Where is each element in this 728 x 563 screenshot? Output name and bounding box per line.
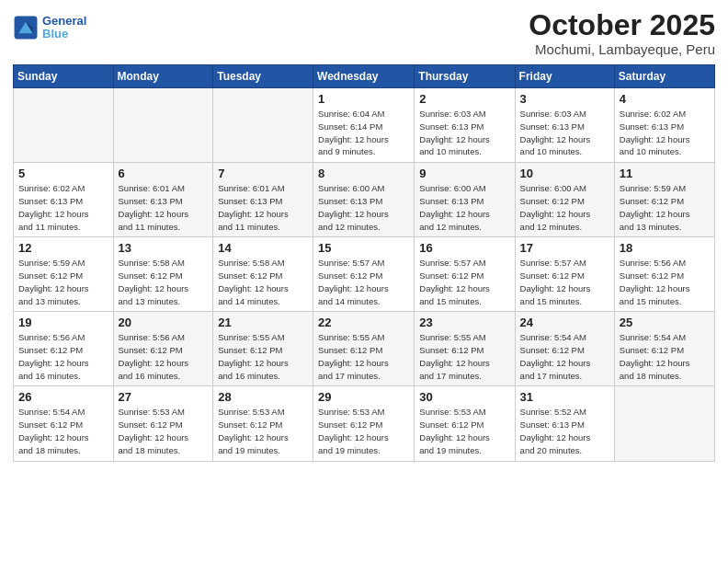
day-info: Sunrise: 6:03 AM Sunset: 6:13 PM Dayligh… <box>520 108 609 158</box>
calendar-cell: 19Sunrise: 5:56 AM Sunset: 6:12 PM Dayli… <box>14 312 114 386</box>
day-info: Sunrise: 5:56 AM Sunset: 6:12 PM Dayligh… <box>620 257 710 307</box>
calendar-cell <box>614 386 714 461</box>
page: General Blue October 2025 Mochumi, Lamba… <box>0 0 728 563</box>
logo-line1: General <box>42 15 86 28</box>
calendar-cell: 26Sunrise: 5:54 AM Sunset: 6:12 PM Dayli… <box>14 386 114 461</box>
calendar-subtitle: Mochumi, Lambayeque, Peru <box>529 41 715 57</box>
calendar-cell: 27Sunrise: 5:53 AM Sunset: 6:12 PM Dayli… <box>113 386 213 461</box>
day-info: Sunrise: 5:53 AM Sunset: 6:12 PM Dayligh… <box>318 406 409 456</box>
day-info: Sunrise: 6:02 AM Sunset: 6:13 PM Dayligh… <box>18 182 108 233</box>
day-number: 14 <box>218 241 308 255</box>
logo-line2: Blue <box>42 27 68 40</box>
calendar-cell <box>113 88 213 163</box>
logo-icon <box>13 15 39 40</box>
calendar-cell: 12Sunrise: 5:59 AM Sunset: 6:12 PM Dayli… <box>14 237 114 312</box>
calendar-cell: 11Sunrise: 5:59 AM Sunset: 6:12 PM Dayli… <box>614 163 714 237</box>
calendar-cell: 30Sunrise: 5:53 AM Sunset: 6:12 PM Dayli… <box>415 386 515 461</box>
day-number: 26 <box>18 390 108 404</box>
calendar-cell: 17Sunrise: 5:57 AM Sunset: 6:12 PM Dayli… <box>515 237 614 312</box>
day-info: Sunrise: 5:55 AM Sunset: 6:12 PM Dayligh… <box>419 331 509 382</box>
day-number: 4 <box>620 92 710 106</box>
day-info: Sunrise: 6:00 AM Sunset: 6:13 PM Dayligh… <box>318 182 409 233</box>
day-info: Sunrise: 5:58 AM Sunset: 6:12 PM Dayligh… <box>119 257 209 307</box>
calendar-cell: 15Sunrise: 5:57 AM Sunset: 6:12 PM Dayli… <box>313 237 415 312</box>
calendar-cell: 18Sunrise: 5:56 AM Sunset: 6:12 PM Dayli… <box>614 237 714 312</box>
day-number: 18 <box>620 241 710 255</box>
day-number: 20 <box>119 316 209 329</box>
calendar-cell: 13Sunrise: 5:58 AM Sunset: 6:12 PM Dayli… <box>113 237 213 312</box>
calendar-cell <box>14 88 114 163</box>
day-number: 23 <box>419 316 509 329</box>
calendar-cell: 10Sunrise: 6:00 AM Sunset: 6:12 PM Dayli… <box>515 163 614 237</box>
day-info: Sunrise: 5:57 AM Sunset: 6:12 PM Dayligh… <box>419 257 509 307</box>
day-info: Sunrise: 6:02 AM Sunset: 6:13 PM Dayligh… <box>620 108 710 158</box>
day-info: Sunrise: 5:56 AM Sunset: 6:12 PM Dayligh… <box>18 331 108 382</box>
day-info: Sunrise: 6:01 AM Sunset: 6:13 PM Dayligh… <box>119 182 209 233</box>
calendar-cell: 28Sunrise: 5:53 AM Sunset: 6:12 PM Dayli… <box>213 386 313 461</box>
calendar-cell: 6Sunrise: 6:01 AM Sunset: 6:13 PM Daylig… <box>113 163 213 237</box>
calendar-title: October 2025 <box>529 9 715 41</box>
day-number: 17 <box>520 241 609 255</box>
weekday-header-saturday: Saturday <box>614 65 714 88</box>
day-info: Sunrise: 6:03 AM Sunset: 6:13 PM Dayligh… <box>419 108 509 158</box>
weekday-header-sunday: Sunday <box>14 65 114 88</box>
day-info: Sunrise: 5:53 AM Sunset: 6:12 PM Dayligh… <box>119 406 209 456</box>
day-info: Sunrise: 5:56 AM Sunset: 6:12 PM Dayligh… <box>119 331 209 382</box>
calendar-cell: 20Sunrise: 5:56 AM Sunset: 6:12 PM Dayli… <box>113 312 213 386</box>
day-number: 3 <box>520 92 609 106</box>
calendar-cell: 14Sunrise: 5:58 AM Sunset: 6:12 PM Dayli… <box>213 237 313 312</box>
day-number: 6 <box>119 167 209 180</box>
day-number: 16 <box>419 241 509 255</box>
calendar-cell: 22Sunrise: 5:55 AM Sunset: 6:12 PM Dayli… <box>313 312 415 386</box>
weekday-header-thursday: Thursday <box>415 65 515 88</box>
day-number: 2 <box>419 92 509 106</box>
weekday-header-row: SundayMondayTuesdayWednesdayThursdayFrid… <box>14 65 715 88</box>
calendar-cell: 1Sunrise: 6:04 AM Sunset: 6:14 PM Daylig… <box>313 88 415 163</box>
day-number: 8 <box>318 167 409 180</box>
day-info: Sunrise: 5:55 AM Sunset: 6:12 PM Dayligh… <box>318 331 409 382</box>
logo: General Blue <box>13 15 86 41</box>
day-info: Sunrise: 5:57 AM Sunset: 6:12 PM Dayligh… <box>520 257 609 307</box>
day-number: 13 <box>119 241 209 255</box>
day-info: Sunrise: 5:55 AM Sunset: 6:12 PM Dayligh… <box>218 331 308 382</box>
day-info: Sunrise: 6:00 AM Sunset: 6:13 PM Dayligh… <box>419 182 509 233</box>
day-info: Sunrise: 5:53 AM Sunset: 6:12 PM Dayligh… <box>419 406 509 456</box>
calendar-cell: 4Sunrise: 6:02 AM Sunset: 6:13 PM Daylig… <box>614 88 714 163</box>
day-info: Sunrise: 5:59 AM Sunset: 6:12 PM Dayligh… <box>18 257 108 307</box>
calendar-week-row: 19Sunrise: 5:56 AM Sunset: 6:12 PM Dayli… <box>14 312 715 386</box>
day-info: Sunrise: 5:53 AM Sunset: 6:12 PM Dayligh… <box>218 406 308 456</box>
day-info: Sunrise: 5:54 AM Sunset: 6:12 PM Dayligh… <box>18 406 108 456</box>
calendar-cell: 25Sunrise: 5:54 AM Sunset: 6:12 PM Dayli… <box>614 312 714 386</box>
day-number: 9 <box>419 167 509 180</box>
day-number: 24 <box>520 316 609 329</box>
day-info: Sunrise: 6:00 AM Sunset: 6:12 PM Dayligh… <box>520 182 609 233</box>
calendar-cell: 29Sunrise: 5:53 AM Sunset: 6:12 PM Dayli… <box>313 386 415 461</box>
calendar-week-row: 12Sunrise: 5:59 AM Sunset: 6:12 PM Dayli… <box>14 237 715 312</box>
day-info: Sunrise: 5:57 AM Sunset: 6:12 PM Dayligh… <box>318 257 409 307</box>
calendar-cell: 8Sunrise: 6:00 AM Sunset: 6:13 PM Daylig… <box>313 163 415 237</box>
day-number: 19 <box>18 316 108 329</box>
day-info: Sunrise: 5:52 AM Sunset: 6:13 PM Dayligh… <box>520 406 609 456</box>
calendar-cell: 9Sunrise: 6:00 AM Sunset: 6:13 PM Daylig… <box>415 163 515 237</box>
day-number: 10 <box>520 167 609 180</box>
day-number: 7 <box>218 167 308 180</box>
logo-text: General Blue <box>42 15 86 41</box>
day-info: Sunrise: 5:54 AM Sunset: 6:12 PM Dayligh… <box>520 331 609 382</box>
day-number: 27 <box>119 390 209 404</box>
day-info: Sunrise: 5:59 AM Sunset: 6:12 PM Dayligh… <box>620 182 710 233</box>
calendar-week-row: 5Sunrise: 6:02 AM Sunset: 6:13 PM Daylig… <box>14 163 715 237</box>
calendar-cell: 23Sunrise: 5:55 AM Sunset: 6:12 PM Dayli… <box>415 312 515 386</box>
calendar-cell: 31Sunrise: 5:52 AM Sunset: 6:13 PM Dayli… <box>515 386 614 461</box>
day-number: 11 <box>620 167 710 180</box>
calendar-cell <box>213 88 313 163</box>
calendar-cell: 16Sunrise: 5:57 AM Sunset: 6:12 PM Dayli… <box>415 237 515 312</box>
calendar-table: SundayMondayTuesdayWednesdayThursdayFrid… <box>13 64 715 461</box>
calendar-week-row: 1Sunrise: 6:04 AM Sunset: 6:14 PM Daylig… <box>14 88 715 163</box>
day-number: 1 <box>318 92 409 106</box>
title-block: October 2025 Mochumi, Lambayeque, Peru <box>529 9 715 57</box>
weekday-header-monday: Monday <box>113 65 213 88</box>
day-number: 29 <box>318 390 409 404</box>
weekday-header-tuesday: Tuesday <box>213 65 313 88</box>
day-number: 12 <box>18 241 108 255</box>
day-info: Sunrise: 6:01 AM Sunset: 6:13 PM Dayligh… <box>218 182 308 233</box>
